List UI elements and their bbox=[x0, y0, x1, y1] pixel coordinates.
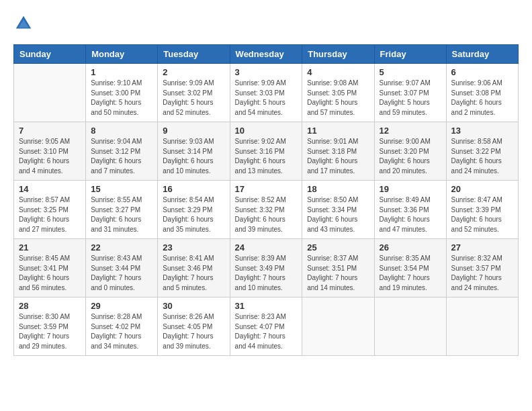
logo-icon bbox=[13, 13, 34, 34]
calendar-cell bbox=[374, 298, 446, 356]
day-info: Sunrise: 9:10 AM Sunset: 3:00 PM Dayligh… bbox=[91, 79, 152, 118]
day-info: Sunrise: 8:45 AM Sunset: 3:41 PM Dayligh… bbox=[19, 254, 81, 293]
calendar-cell bbox=[446, 298, 518, 356]
weekday-header-row: SundayMondayTuesdayWednesdayThursdayFrid… bbox=[14, 45, 519, 64]
day-number: 12 bbox=[380, 126, 441, 136]
calendar-cell: 2Sunrise: 9:09 AM Sunset: 3:02 PM Daylig… bbox=[158, 64, 230, 122]
calendar-table: SundayMondayTuesdayWednesdayThursdayFrid… bbox=[13, 44, 519, 356]
day-number: 22 bbox=[91, 242, 152, 253]
day-number: 16 bbox=[163, 184, 224, 194]
day-number: 4 bbox=[307, 67, 369, 77]
calendar-cell: 23Sunrise: 8:41 AM Sunset: 3:46 PM Dayli… bbox=[158, 239, 230, 298]
day-number: 23 bbox=[163, 242, 224, 253]
calendar-cell: 6Sunrise: 9:06 AM Sunset: 3:08 PM Daylig… bbox=[446, 64, 518, 122]
day-info: Sunrise: 8:58 AM Sunset: 3:22 PM Dayligh… bbox=[451, 137, 513, 176]
day-info: Sunrise: 9:09 AM Sunset: 3:03 PM Dayligh… bbox=[235, 79, 298, 118]
day-info: Sunrise: 8:52 AM Sunset: 3:32 PM Dayligh… bbox=[235, 195, 298, 234]
day-number: 13 bbox=[451, 126, 513, 136]
calendar-cell: 11Sunrise: 9:01 AM Sunset: 3:18 PM Dayli… bbox=[302, 122, 374, 181]
day-number: 29 bbox=[91, 301, 152, 311]
calendar-cell: 31Sunrise: 8:23 AM Sunset: 4:07 PM Dayli… bbox=[230, 298, 302, 356]
day-number: 24 bbox=[235, 242, 298, 253]
calendar-page: SundayMondayTuesdayWednesdayThursdayFrid… bbox=[0, 0, 532, 363]
calendar-cell: 19Sunrise: 8:49 AM Sunset: 3:36 PM Dayli… bbox=[374, 181, 446, 239]
day-info: Sunrise: 8:32 AM Sunset: 3:57 PM Dayligh… bbox=[451, 254, 513, 293]
day-info: Sunrise: 8:23 AM Sunset: 4:07 PM Dayligh… bbox=[235, 312, 298, 351]
calendar-cell: 12Sunrise: 9:00 AM Sunset: 3:20 PM Dayli… bbox=[374, 122, 446, 181]
calendar-cell: 26Sunrise: 8:35 AM Sunset: 3:54 PM Dayli… bbox=[374, 239, 446, 298]
day-info: Sunrise: 8:57 AM Sunset: 3:25 PM Dayligh… bbox=[19, 195, 81, 234]
calendar-cell: 29Sunrise: 8:28 AM Sunset: 4:02 PM Dayli… bbox=[86, 298, 158, 356]
day-info: Sunrise: 9:02 AM Sunset: 3:16 PM Dayligh… bbox=[235, 137, 298, 176]
day-info: Sunrise: 9:00 AM Sunset: 3:20 PM Dayligh… bbox=[380, 137, 441, 176]
logo bbox=[13, 13, 36, 34]
day-info: Sunrise: 8:47 AM Sunset: 3:39 PM Dayligh… bbox=[451, 195, 513, 234]
calendar-cell: 5Sunrise: 9:07 AM Sunset: 3:07 PM Daylig… bbox=[374, 64, 446, 122]
day-info: Sunrise: 8:43 AM Sunset: 3:44 PM Dayligh… bbox=[91, 254, 152, 293]
day-number: 7 bbox=[19, 126, 81, 136]
calendar-cell: 28Sunrise: 8:30 AM Sunset: 3:59 PM Dayli… bbox=[14, 298, 86, 356]
day-number: 14 bbox=[19, 184, 81, 194]
calendar-cell: 22Sunrise: 8:43 AM Sunset: 3:44 PM Dayli… bbox=[86, 239, 158, 298]
weekday-header-thursday: Thursday bbox=[302, 45, 374, 64]
calendar-cell: 10Sunrise: 9:02 AM Sunset: 3:16 PM Dayli… bbox=[230, 122, 302, 181]
calendar-cell: 17Sunrise: 8:52 AM Sunset: 3:32 PM Dayli… bbox=[230, 181, 302, 239]
day-info: Sunrise: 8:26 AM Sunset: 4:05 PM Dayligh… bbox=[163, 312, 224, 351]
calendar-cell: 1Sunrise: 9:10 AM Sunset: 3:00 PM Daylig… bbox=[86, 64, 158, 122]
day-number: 19 bbox=[380, 184, 441, 194]
day-number: 3 bbox=[235, 67, 298, 77]
calendar-cell: 25Sunrise: 8:37 AM Sunset: 3:51 PM Dayli… bbox=[302, 239, 374, 298]
week-row-2: 7Sunrise: 9:05 AM Sunset: 3:10 PM Daylig… bbox=[14, 122, 519, 181]
day-info: Sunrise: 8:39 AM Sunset: 3:49 PM Dayligh… bbox=[235, 254, 298, 293]
day-info: Sunrise: 8:49 AM Sunset: 3:36 PM Dayligh… bbox=[380, 195, 441, 234]
day-number: 21 bbox=[19, 242, 81, 253]
day-number: 28 bbox=[19, 301, 81, 311]
calendar-cell: 4Sunrise: 9:08 AM Sunset: 3:05 PM Daylig… bbox=[302, 64, 374, 122]
day-number: 15 bbox=[91, 184, 152, 194]
calendar-cell: 13Sunrise: 8:58 AM Sunset: 3:22 PM Dayli… bbox=[446, 122, 518, 181]
day-number: 25 bbox=[307, 242, 369, 253]
day-info: Sunrise: 8:50 AM Sunset: 3:34 PM Dayligh… bbox=[307, 195, 369, 234]
weekday-header-wednesday: Wednesday bbox=[230, 45, 302, 64]
calendar-cell: 18Sunrise: 8:50 AM Sunset: 3:34 PM Dayli… bbox=[302, 181, 374, 239]
week-row-5: 28Sunrise: 8:30 AM Sunset: 3:59 PM Dayli… bbox=[14, 298, 519, 356]
day-number: 17 bbox=[235, 184, 298, 194]
calendar-cell: 21Sunrise: 8:45 AM Sunset: 3:41 PM Dayli… bbox=[14, 239, 86, 298]
day-number: 6 bbox=[451, 67, 513, 77]
calendar-cell: 24Sunrise: 8:39 AM Sunset: 3:49 PM Dayli… bbox=[230, 239, 302, 298]
calendar-cell: 7Sunrise: 9:05 AM Sunset: 3:10 PM Daylig… bbox=[14, 122, 86, 181]
day-info: Sunrise: 8:41 AM Sunset: 3:46 PM Dayligh… bbox=[163, 254, 224, 293]
day-info: Sunrise: 8:54 AM Sunset: 3:29 PM Dayligh… bbox=[163, 195, 224, 234]
day-info: Sunrise: 8:28 AM Sunset: 4:02 PM Dayligh… bbox=[91, 312, 152, 351]
weekday-header-saturday: Saturday bbox=[446, 45, 518, 64]
day-number: 2 bbox=[163, 67, 224, 77]
week-row-3: 14Sunrise: 8:57 AM Sunset: 3:25 PM Dayli… bbox=[14, 181, 519, 239]
calendar-cell: 16Sunrise: 8:54 AM Sunset: 3:29 PM Dayli… bbox=[158, 181, 230, 239]
day-number: 30 bbox=[163, 301, 224, 311]
calendar-cell: 30Sunrise: 8:26 AM Sunset: 4:05 PM Dayli… bbox=[158, 298, 230, 356]
day-number: 8 bbox=[91, 126, 152, 136]
day-info: Sunrise: 9:07 AM Sunset: 3:07 PM Dayligh… bbox=[380, 79, 441, 118]
day-info: Sunrise: 9:09 AM Sunset: 3:02 PM Dayligh… bbox=[163, 79, 224, 118]
day-info: Sunrise: 8:35 AM Sunset: 3:54 PM Dayligh… bbox=[380, 254, 441, 293]
day-number: 31 bbox=[235, 301, 298, 311]
week-row-1: 1Sunrise: 9:10 AM Sunset: 3:00 PM Daylig… bbox=[14, 64, 519, 122]
day-info: Sunrise: 9:08 AM Sunset: 3:05 PM Dayligh… bbox=[307, 79, 369, 118]
calendar-cell: 8Sunrise: 9:04 AM Sunset: 3:12 PM Daylig… bbox=[86, 122, 158, 181]
day-info: Sunrise: 9:04 AM Sunset: 3:12 PM Dayligh… bbox=[91, 137, 152, 176]
day-number: 11 bbox=[307, 126, 369, 136]
day-number: 9 bbox=[163, 126, 224, 136]
header bbox=[13, 13, 519, 34]
day-number: 10 bbox=[235, 126, 298, 136]
day-number: 1 bbox=[91, 67, 152, 77]
day-info: Sunrise: 9:05 AM Sunset: 3:10 PM Dayligh… bbox=[19, 137, 81, 176]
day-number: 20 bbox=[451, 184, 513, 194]
day-info: Sunrise: 9:03 AM Sunset: 3:14 PM Dayligh… bbox=[163, 137, 224, 176]
day-number: 27 bbox=[451, 242, 513, 253]
calendar-cell: 20Sunrise: 8:47 AM Sunset: 3:39 PM Dayli… bbox=[446, 181, 518, 239]
calendar-cell bbox=[302, 298, 374, 356]
weekday-header-tuesday: Tuesday bbox=[158, 45, 230, 64]
day-number: 5 bbox=[380, 67, 441, 77]
calendar-cell: 9Sunrise: 9:03 AM Sunset: 3:14 PM Daylig… bbox=[158, 122, 230, 181]
day-number: 18 bbox=[307, 184, 369, 194]
